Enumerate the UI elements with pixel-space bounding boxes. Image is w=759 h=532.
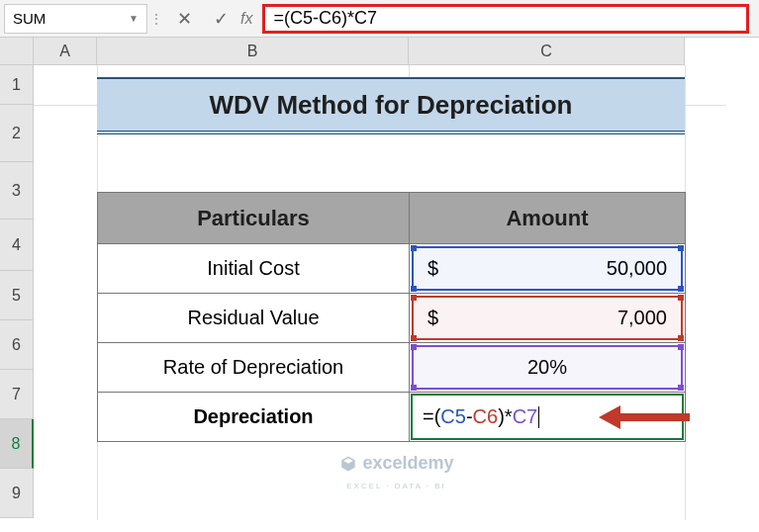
column-headers: A B C [34, 38, 759, 65]
formula-open-paren: ( [434, 405, 441, 428]
name-box[interactable]: SUM ▼ [4, 4, 147, 34]
row-header-7[interactable]: 7 [0, 370, 34, 419]
watermark-icon [338, 455, 356, 473]
formula-minus: - [466, 405, 473, 428]
amount-value: 20% [527, 356, 567, 378]
col-header-a[interactable]: A [34, 38, 97, 65]
cancel-icon[interactable]: ✕ [177, 8, 192, 30]
cell-b6[interactable]: Residual Value [98, 294, 410, 343]
formula-mul: * [505, 405, 513, 428]
cells-area[interactable]: A B C WDV Method for Depreciation Partic… [34, 38, 759, 532]
separator: ⋮ [147, 11, 165, 27]
amount-value: 7,000 [617, 307, 667, 329]
sheet-content: WDV Method for Depreciation Particulars … [97, 77, 686, 442]
table-row: Rate of Depreciation 20% [98, 343, 686, 393]
select-all-corner[interactable] [0, 38, 34, 65]
text-cursor [538, 406, 539, 428]
table-row: Initial Cost $ 50,000 [98, 244, 686, 294]
table-row: Residual Value $ 7,000 [98, 294, 686, 343]
watermark: exceldemy EXCEL · DATA · BI [338, 453, 453, 490]
formula-eq: = [423, 405, 434, 428]
row-header-8[interactable]: 8 [0, 419, 34, 469]
formula-bar-row: SUM ▼ ⋮ ✕ ✓ fx =(C5-C6)*C7 [0, 0, 759, 38]
currency-symbol: $ [427, 257, 438, 280]
cell-c5[interactable]: $ 50,000 [410, 244, 686, 294]
formula-buttons: ✕ ✓ [165, 8, 240, 30]
col-header-b[interactable]: B [97, 38, 409, 65]
spreadsheet-grid: 1 2 3 4 5 6 7 8 9 A B C WDV Method for D… [0, 38, 759, 532]
watermark-tag: EXCEL · DATA · BI [346, 482, 446, 490]
amount-value: 50,000 [607, 257, 667, 280]
formula-ref-c5: C5 [440, 405, 466, 428]
cell-b5[interactable]: Initial Cost [98, 244, 410, 294]
row-headers-col: 1 2 3 4 5 6 7 8 9 [0, 38, 34, 532]
depreciation-table: Particulars Amount Initial Cost $ 50,000… [97, 192, 686, 442]
row-header-1[interactable]: 1 [0, 65, 34, 105]
formula-close-paren: ) [498, 405, 505, 428]
col-header-c[interactable]: C [409, 38, 685, 65]
formula-ref-c7: C7 [513, 405, 538, 428]
watermark-brand: exceldemy [362, 453, 453, 474]
row-header-5[interactable]: 5 [0, 271, 34, 320]
sheet-title: WDV Method for Depreciation [97, 77, 685, 134]
cell-b7[interactable]: Rate of Depreciation [98, 343, 410, 393]
formula-ref-c6: C6 [473, 405, 499, 428]
table-row: Depreciation =(C5-C6)*C7 [98, 393, 686, 442]
row-header-6[interactable]: 6 [0, 320, 34, 370]
cell-c7[interactable]: 20% [410, 343, 686, 393]
fx-icon[interactable]: fx [240, 10, 252, 28]
enter-icon[interactable]: ✓ [214, 8, 229, 30]
cell-c8[interactable]: =(C5-C6)*C7 [410, 393, 686, 442]
formula-bar-input[interactable]: =(C5-C6)*C7 [262, 4, 749, 34]
row-header-2[interactable]: 2 [0, 105, 34, 162]
name-box-value: SUM [13, 10, 46, 27]
name-box-dropdown-icon[interactable]: ▼ [129, 13, 139, 24]
editing-formula-cell[interactable]: =(C5-C6)*C7 [411, 394, 684, 440]
row-header-3[interactable]: 3 [0, 162, 34, 220]
header-particulars: Particulars [98, 193, 410, 244]
header-amount: Amount [410, 193, 686, 244]
row-header-9[interactable]: 9 [0, 469, 34, 518]
cell-b8[interactable]: Depreciation [98, 393, 410, 442]
currency-symbol: $ [427, 307, 438, 329]
row-header-4[interactable]: 4 [0, 220, 34, 271]
formula-bar-text: =(C5-C6)*C7 [273, 8, 377, 29]
cell-c6[interactable]: $ 7,000 [410, 294, 686, 343]
table-header-row: Particulars Amount [98, 193, 686, 244]
